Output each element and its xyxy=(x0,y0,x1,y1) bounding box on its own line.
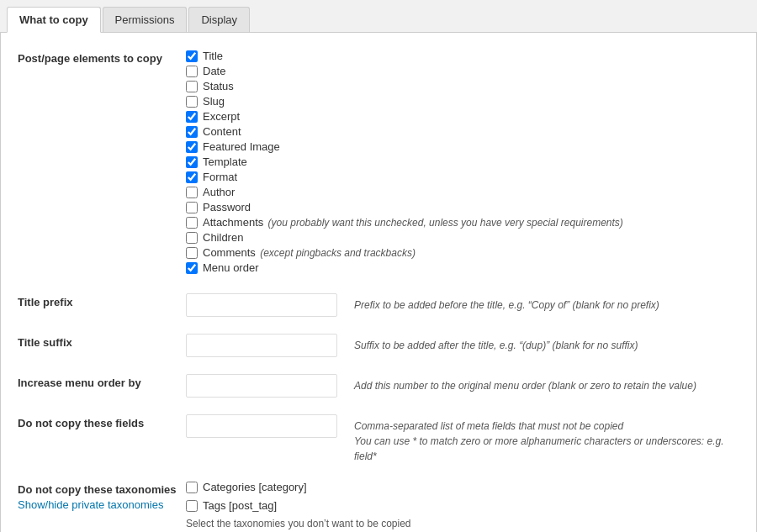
menu-order-row: Increase menu order by Add this number t… xyxy=(18,374,739,398)
checkbox-featured-image-label[interactable]: Featured Image xyxy=(203,140,280,153)
checkbox-title-item: Title xyxy=(186,50,739,62)
checkbox-content[interactable] xyxy=(186,126,198,138)
panel-what-to-copy: Post/page elements to copy Title Date St… xyxy=(0,33,757,532)
checkbox-children-label[interactable]: Children xyxy=(203,231,243,244)
title-suffix-content: Suffix to be added after the title, e.g.… xyxy=(186,334,739,357)
do-not-copy-fields-content: Comma-separated list of meta fields that… xyxy=(186,414,739,464)
checkbox-format[interactable] xyxy=(186,171,198,183)
checkbox-featured-image-item: Featured Image xyxy=(186,140,739,153)
checkbox-menu-order-label[interactable]: Menu order xyxy=(203,261,258,274)
elements-row: Post/page elements to copy Title Date St… xyxy=(18,50,739,277)
do-not-copy-taxonomies-label-text: Do not copy these taxonomies xyxy=(18,483,177,496)
checkbox-author[interactable] xyxy=(186,187,198,198)
do-not-copy-fields-input[interactable] xyxy=(186,414,337,438)
checkbox-attachments[interactable] xyxy=(186,217,198,229)
checkbox-comments-item: Comments (except pingbacks and trackback… xyxy=(186,246,739,259)
checkbox-tags[interactable] xyxy=(186,500,198,512)
checkbox-categories-item: Categories [category] xyxy=(186,481,739,493)
checkbox-author-item: Author xyxy=(186,186,739,198)
do-not-copy-fields-input-row: Comma-separated list of meta fields that… xyxy=(186,414,739,464)
show-hide-private-taxonomies-link[interactable]: Show/hide private taxonomies xyxy=(18,498,163,511)
tab-what-to-copy[interactable]: What to copy xyxy=(7,7,101,33)
checkbox-status[interactable] xyxy=(186,81,198,92)
title-suffix-row: Title suffix Suffix to be added after th… xyxy=(18,334,739,357)
menu-order-label: Increase menu order by xyxy=(18,374,186,391)
title-prefix-row: Title prefix Prefix to be added before t… xyxy=(18,293,739,317)
checkbox-date-item: Date xyxy=(186,65,739,77)
tab-bar: What to copy Permissions Display xyxy=(0,0,757,33)
checkbox-categories[interactable] xyxy=(186,482,198,493)
checkbox-format-label[interactable]: Format xyxy=(203,171,237,183)
do-not-copy-fields-hint-line2: You can use * to match zero or more alph… xyxy=(354,435,724,462)
checkbox-template-item: Template xyxy=(186,155,739,168)
checkbox-slug-label[interactable]: Slug xyxy=(203,95,225,108)
checkbox-comments[interactable] xyxy=(186,247,198,259)
tab-permissions[interactable]: Permissions xyxy=(103,7,188,32)
checkbox-author-label[interactable]: Author xyxy=(203,186,235,198)
do-not-copy-fields-label: Do not copy these fields xyxy=(18,414,186,431)
do-not-copy-fields-hint: Comma-separated list of meta fields that… xyxy=(354,414,739,464)
checkbox-title-label[interactable]: Title xyxy=(203,50,223,62)
checkbox-categories-label[interactable]: Categories [category] xyxy=(203,481,307,493)
checkbox-content-label[interactable]: Content xyxy=(203,125,241,138)
checkbox-tags-label[interactable]: Tags [post_tag] xyxy=(203,499,277,512)
menu-order-content: Add this number to the original menu ord… xyxy=(186,374,739,398)
checkbox-password-item: Password xyxy=(186,201,739,213)
checkbox-menu-order[interactable] xyxy=(186,262,198,274)
checkbox-template-label[interactable]: Template xyxy=(203,155,247,168)
do-not-copy-taxonomies-row: Do not copy these taxonomies Show/hide p… xyxy=(18,481,739,529)
menu-order-hint: Add this number to the original menu ord… xyxy=(354,374,696,393)
title-prefix-hint: Prefix to be added before the title, e.g… xyxy=(354,293,659,313)
title-suffix-label: Title suffix xyxy=(18,334,186,350)
checkbox-template[interactable] xyxy=(186,156,198,168)
title-prefix-input-row: Prefix to be added before the title, e.g… xyxy=(186,293,739,317)
checkbox-attachments-item: Attachments (you probably want this unch… xyxy=(186,216,739,229)
menu-order-input[interactable] xyxy=(186,374,337,398)
checkbox-excerpt-label[interactable]: Excerpt xyxy=(203,110,240,123)
checkbox-date-label[interactable]: Date xyxy=(203,65,225,77)
checkbox-attachments-label[interactable]: Attachments xyxy=(203,216,263,229)
taxonomy-checkboxes: Categories [category] Tags [post_tag] xyxy=(186,481,739,514)
title-suffix-hint: Suffix to be added after the title, e.g.… xyxy=(354,334,638,353)
tab-display[interactable]: Display xyxy=(188,7,250,32)
checkbox-excerpt-item: Excerpt xyxy=(186,110,739,123)
title-suffix-input-row: Suffix to be added after the title, e.g.… xyxy=(186,334,739,357)
do-not-copy-taxonomies-content: Categories [category] Tags [post_tag] Se… xyxy=(186,481,739,529)
title-prefix-label: Title prefix xyxy=(18,293,186,310)
checkbox-status-item: Status xyxy=(186,80,739,92)
checkbox-title[interactable] xyxy=(186,50,198,62)
elements-label: Post/page elements to copy xyxy=(18,50,186,66)
do-not-copy-fields-row: Do not copy these fields Comma-separated… xyxy=(18,414,739,464)
checkbox-slug[interactable] xyxy=(186,96,198,108)
checkbox-password[interactable] xyxy=(186,202,198,213)
checkbox-format-item: Format xyxy=(186,171,739,183)
checkbox-children[interactable] xyxy=(186,232,198,244)
title-prefix-input[interactable] xyxy=(186,293,337,317)
checkbox-comments-note: (except pingbacks and trackbacks) xyxy=(257,247,416,259)
main-container: What to copy Permissions Display Post/pa… xyxy=(0,0,757,532)
menu-order-input-row: Add this number to the original menu ord… xyxy=(186,374,739,398)
checkbox-password-label[interactable]: Password xyxy=(203,201,251,213)
checkbox-slug-item: Slug xyxy=(186,95,739,108)
checkbox-date[interactable] xyxy=(186,66,198,77)
title-suffix-input[interactable] xyxy=(186,334,337,357)
checkbox-status-label[interactable]: Status xyxy=(203,80,234,92)
checkbox-children-item: Children xyxy=(186,231,739,244)
checkbox-featured-image[interactable] xyxy=(186,141,198,153)
title-prefix-content: Prefix to be added before the title, e.g… xyxy=(186,293,739,317)
checkbox-content-item: Content xyxy=(186,125,739,138)
do-not-copy-fields-hint-line1: Comma-separated list of meta fields that… xyxy=(354,420,623,432)
checkbox-comments-label[interactable]: Comments xyxy=(203,246,256,259)
checkbox-attachments-note: (you probably want this unchecked, unles… xyxy=(265,217,623,229)
checkbox-menu-order-item: Menu order xyxy=(186,261,739,274)
taxonomy-note: Select the taxonomies you don’t want to … xyxy=(186,518,739,529)
checkbox-excerpt[interactable] xyxy=(186,111,198,123)
elements-checkboxes: Title Date Status Slug Excerpt xyxy=(186,50,739,277)
checkbox-tags-item: Tags [post_tag] xyxy=(186,499,739,512)
do-not-copy-taxonomies-label: Do not copy these taxonomies Show/hide p… xyxy=(18,481,186,513)
